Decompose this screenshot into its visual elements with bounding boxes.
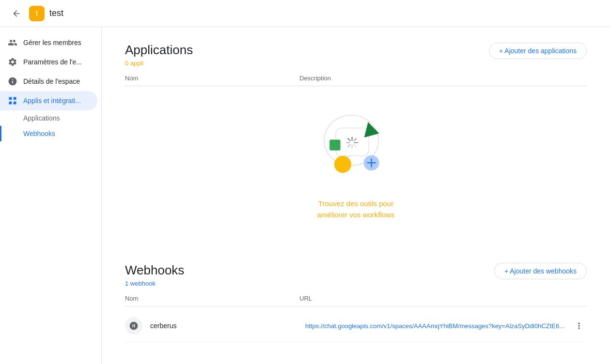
add-applications-button[interactable]: + Ajouter des applications [489, 43, 587, 59]
add-applications-label: + Ajouter des applications [499, 47, 577, 55]
topbar: t test [0, 0, 610, 27]
applications-table-header: Nom Description [125, 71, 587, 86]
person-group-icon [8, 38, 17, 47]
webhook-more-button[interactable] [571, 318, 587, 334]
empty-state-text: Trouvez des outils pour améliorer vos wo… [317, 198, 394, 220]
applications-title-group: Applications 0 appli [125, 43, 193, 67]
applications-title: Applications [125, 43, 193, 58]
add-webhooks-label: + Ajouter des webhooks [504, 267, 577, 275]
info-icon [8, 76, 17, 86]
sidebar-subitem-applications[interactable]: Applications [0, 110, 97, 126]
webhooks-header: Webhooks 1 webhook + Ajouter des webhook… [125, 263, 587, 287]
sidebar-label-apps: Applis et intégrati... [23, 97, 81, 105]
sidebar-subitem-webhooks[interactable]: Webhooks [0, 126, 97, 141]
webhook-name: cerberus [150, 322, 305, 330]
main-content: Applications 0 appli + Ajouter des appli… [102, 27, 610, 364]
sidebar: Gérer les membres Paramètres de l'e... D… [0, 27, 102, 364]
back-button[interactable] [8, 5, 25, 22]
webhooks-col-name: Nom [125, 295, 299, 302]
sidebar-sublabel-applications: Applications [23, 114, 60, 122]
applications-empty-state: Trouvez des outils pour améliorer vos wo… [125, 90, 587, 240]
sidebar-label-settings: Paramètres de l'e... [23, 58, 82, 66]
webhooks-col-url: URL [299, 295, 587, 302]
svg-rect-1 [336, 128, 369, 156]
sidebar-item-manage-members[interactable]: Gérer les membres [0, 33, 97, 52]
webhooks-title: Webhooks [125, 263, 184, 278]
sidebar-sublabel-webhooks: Webhooks [23, 130, 55, 137]
svg-point-13 [334, 156, 351, 173]
webhooks-section: Webhooks 1 webhook + Ajouter des webhook… [125, 263, 587, 342]
grid-icon [8, 96, 17, 106]
sidebar-item-settings[interactable]: Paramètres de l'e... [0, 52, 97, 72]
applications-section: Applications 0 appli + Ajouter des appli… [125, 43, 587, 240]
empty-illustration [313, 102, 400, 189]
workspace-avatar: t [29, 6, 45, 21]
sidebar-label-details: Détails de l'espace [23, 77, 80, 85]
webhook-url: https://chat.googleapis.com/v1/spaces/AA… [305, 322, 571, 330]
applications-col-name: Nom [125, 75, 299, 82]
webhooks-title-group: Webhooks 1 webhook [125, 263, 184, 287]
sidebar-item-apps-integrations[interactable]: Applis et intégrati... [0, 91, 97, 110]
webhooks-table-header: Nom URL [125, 291, 587, 306]
svg-rect-11 [329, 139, 340, 150]
workspace-name: test [49, 8, 63, 18]
applications-count: 0 appli [125, 60, 193, 67]
applications-col-description: Description [299, 75, 587, 82]
webhook-icon [125, 317, 142, 334]
applications-header: Applications 0 appli + Ajouter des appli… [125, 43, 587, 67]
table-row: cerberus https://chat.googleapis.com/v1/… [125, 310, 587, 342]
sidebar-label-manage-members: Gérer les membres [23, 39, 81, 46]
add-webhooks-button[interactable]: + Ajouter des webhooks [494, 263, 587, 279]
webhooks-count: 1 webhook [125, 280, 184, 287]
gear-icon [8, 57, 17, 67]
sidebar-item-details[interactable]: Détails de l'espace [0, 72, 97, 91]
